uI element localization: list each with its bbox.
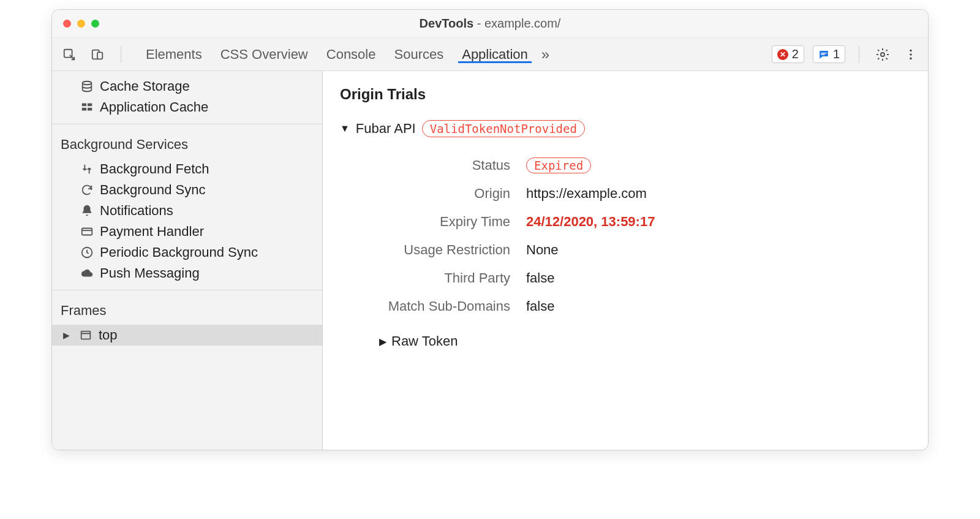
error-icon: ✕	[777, 49, 788, 60]
tabs-overflow-icon[interactable]: »	[537, 46, 554, 63]
cloud-icon	[80, 267, 94, 280]
application-sidebar: Cache Storage Application Cache Backgrou…	[52, 71, 323, 450]
sidebar-item-frame-top[interactable]: ▶ top	[52, 325, 322, 346]
caret-right-icon[interactable]: ▶	[379, 336, 386, 347]
row-usage: Usage Restriction None	[367, 238, 911, 262]
errors-pill[interactable]: ✕ 2	[772, 45, 804, 63]
sidebar-header-frames: Frames	[52, 299, 322, 325]
fetch-icon	[80, 162, 94, 176]
tab-label: Console	[326, 47, 376, 63]
label-sub-domains: Match Sub-Domains	[367, 298, 526, 314]
inspect-element-icon[interactable]	[59, 45, 79, 64]
row-expiry: Expiry Time 24/12/2020, 13:59:17	[367, 210, 911, 234]
messages-count: 1	[833, 47, 840, 61]
devtools-toolbar: Elements CSS Overview Console Sources Ap…	[52, 38, 928, 71]
message-icon	[818, 49, 829, 60]
zoom-window-button[interactable]	[91, 20, 99, 28]
window-title-sep: -	[473, 17, 484, 30]
trial-status-badge: ValidTokenNotProvided	[422, 120, 585, 137]
sidebar-item-notifications[interactable]: Notifications	[52, 200, 322, 221]
caret-down-icon[interactable]: ▼	[340, 123, 350, 134]
value-expiry: 24/12/2020, 13:59:17	[526, 214, 655, 230]
errors-count: 2	[792, 47, 799, 61]
svg-rect-11	[88, 104, 92, 107]
bell-icon	[80, 204, 94, 218]
value-third-party: false	[526, 270, 554, 286]
grid-icon	[80, 100, 94, 114]
trial-details: Status Expired Origin https://example.co…	[367, 153, 911, 349]
sidebar-item-label: Background Fetch	[100, 161, 209, 177]
sidebar-frames-block: Frames ▶ top	[52, 290, 322, 352]
sidebar-item-push-messaging[interactable]: Push Messaging	[52, 263, 322, 284]
sidebar-item-cache-storage[interactable]: Cache Storage	[52, 76, 322, 97]
tab-css-overview[interactable]: CSS Overview	[221, 47, 308, 63]
toolbar-divider	[859, 46, 859, 63]
toolbar-divider	[121, 46, 121, 63]
value-usage: None	[526, 242, 559, 258]
status-badge: Expired	[526, 157, 591, 173]
sidebar-header-bg-services: Background Services	[52, 133, 322, 159]
svg-rect-4	[821, 54, 824, 55]
sidebar-item-periodic-sync[interactable]: Periodic Background Sync	[52, 242, 322, 263]
svg-point-6	[910, 49, 912, 51]
minimize-window-button[interactable]	[77, 20, 85, 28]
messages-pill[interactable]: 1	[813, 45, 845, 63]
sidebar-bg-services-block: Background Services Background Fetch Bac…	[52, 124, 322, 290]
label-third-party: Third Party	[367, 270, 526, 286]
sidebar-item-label: Push Messaging	[100, 265, 200, 281]
panel-tabs: Elements CSS Overview Console Sources Ap…	[146, 47, 528, 63]
raw-token-label: Raw Token	[391, 333, 458, 349]
sidebar-item-background-sync[interactable]: Background Sync	[52, 180, 322, 200]
sidebar-item-application-cache[interactable]: Application Cache	[52, 97, 322, 118]
sidebar-cache-block: Cache Storage Application Cache	[52, 76, 322, 124]
settings-gear-icon[interactable]	[873, 45, 892, 64]
svg-rect-14	[82, 229, 92, 235]
svg-point-5	[881, 53, 884, 56]
origin-trials-panel: Origin Trials ▼ Fubar API ValidTokenNotP…	[323, 71, 928, 450]
devtools-window: DevTools - example.com/ Elements CSS Ove…	[51, 9, 929, 450]
traffic-lights	[52, 20, 99, 28]
row-origin: Origin https://example.com	[367, 181, 911, 206]
stack-icon	[80, 80, 94, 93]
window-title-app: DevTools	[420, 17, 474, 30]
clock-icon	[80, 246, 94, 259]
row-third-party: Third Party false	[367, 266, 911, 290]
label-usage: Usage Restriction	[367, 242, 526, 258]
sidebar-item-label: Background Sync	[100, 182, 205, 198]
label-expiry: Expiry Time	[367, 214, 526, 230]
tab-application[interactable]: Application	[462, 47, 528, 63]
svg-rect-13	[88, 108, 92, 111]
trial-node[interactable]: ▼ Fubar API ValidTokenNotProvided	[340, 120, 911, 137]
raw-token-node[interactable]: ▶ Raw Token	[379, 333, 911, 349]
value-sub-domains: false	[526, 298, 554, 314]
sidebar-item-label: Notifications	[100, 203, 173, 219]
sidebar-item-label: top	[99, 327, 118, 343]
card-icon	[80, 225, 94, 238]
svg-rect-3	[821, 53, 826, 54]
panel-body: Cache Storage Application Cache Backgrou…	[52, 71, 928, 450]
svg-rect-2	[97, 52, 102, 59]
label-origin: Origin	[367, 186, 526, 202]
svg-rect-16	[81, 331, 91, 339]
frame-icon	[79, 328, 92, 342]
window-title: DevTools - example.com/	[52, 17, 928, 31]
sidebar-item-label: Payment Handler	[100, 224, 204, 240]
tab-sources[interactable]: Sources	[394, 47, 443, 63]
sidebar-item-payment-handler[interactable]: Payment Handler	[52, 221, 322, 242]
row-sub-domains: Match Sub-Domains false	[367, 294, 911, 319]
sidebar-item-label: Periodic Background Sync	[100, 244, 258, 260]
caret-right-icon[interactable]: ▶	[63, 330, 69, 340]
tab-elements[interactable]: Elements	[146, 47, 202, 63]
svg-rect-12	[82, 108, 86, 111]
svg-point-8	[910, 57, 912, 59]
trial-name: Fubar API	[356, 121, 416, 137]
tab-console[interactable]: Console	[326, 47, 376, 63]
device-toolbar-icon[interactable]	[88, 45, 107, 64]
more-menu-icon[interactable]	[901, 45, 921, 64]
sidebar-item-label: Application Cache	[100, 99, 208, 115]
sync-icon	[80, 183, 94, 197]
close-window-button[interactable]	[63, 20, 71, 28]
tab-label: Sources	[394, 47, 443, 63]
value-origin: https://example.com	[526, 186, 647, 202]
sidebar-item-background-fetch[interactable]: Background Fetch	[52, 159, 322, 180]
